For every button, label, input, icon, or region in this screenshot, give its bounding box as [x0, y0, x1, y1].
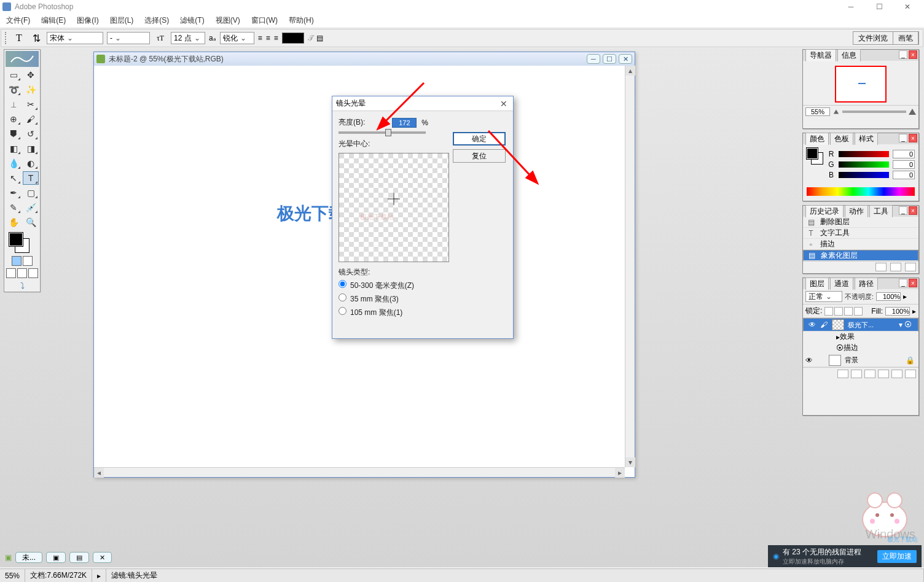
- layer-thumbnail[interactable]: [829, 355, 841, 366]
- color-spectrum[interactable]: [807, 187, 915, 196]
- lock-transparency-icon[interactable]: [824, 307, 833, 316]
- menu-edit[interactable]: 编辑(E): [39, 14, 68, 27]
- layer-mask-icon[interactable]: [851, 370, 862, 378]
- brightness-slider[interactable]: [339, 131, 426, 134]
- opacity-input[interactable]: 100%: [876, 292, 901, 301]
- navigator-tab[interactable]: 导航器: [805, 49, 836, 61]
- doc-maximize-button[interactable]: ☐: [603, 54, 616, 64]
- hand-tool[interactable]: ✋: [6, 215, 22, 229]
- menu-filter[interactable]: 滤镜(T): [178, 14, 206, 27]
- minimize-button[interactable]: ─: [837, 0, 865, 14]
- panel-close-icon[interactable]: ×: [909, 279, 917, 287]
- info-tab[interactable]: 信息: [837, 49, 861, 61]
- toolpresets-tab[interactable]: 工具: [869, 205, 893, 217]
- shape-tool[interactable]: ▢: [23, 186, 39, 200]
- scroll-up-icon[interactable]: ▴: [625, 66, 635, 76]
- brush-tool[interactable]: 🖌: [23, 112, 39, 126]
- navigator-zoom-slider[interactable]: [842, 111, 906, 113]
- b-value[interactable]: 0: [893, 171, 915, 179]
- align-right-icon[interactable]: ≡: [274, 34, 278, 42]
- color-fgbg[interactable]: [807, 148, 824, 166]
- doc-bar-tile[interactable]: ▤: [69, 552, 89, 563]
- menu-select[interactable]: 选择(S): [142, 14, 171, 27]
- g-slider[interactable]: [839, 161, 889, 168]
- antialias-select[interactable]: 锐化: [220, 32, 254, 44]
- r-slider[interactable]: [839, 151, 889, 157]
- fill-input[interactable]: 100%: [885, 307, 910, 316]
- accelerator-notification[interactable]: ◉ 有 23 个无用的残留进程 立即加速释放电脑内存 立即加速: [768, 545, 922, 567]
- screen-full-menubar-icon[interactable]: [17, 268, 27, 278]
- doc-close-button[interactable]: ✕: [619, 54, 632, 64]
- healing-brush-tool[interactable]: ⊕: [6, 112, 22, 126]
- layer-effect-stroke[interactable]: ⦿ 描边: [803, 343, 918, 354]
- scroll-left-icon[interactable]: ◂: [94, 468, 104, 478]
- styles-tab[interactable]: 样式: [855, 133, 878, 145]
- jump-to-imageready-icon[interactable]: ⤵: [6, 281, 39, 290]
- history-item[interactable]: ▫描边: [803, 239, 918, 250]
- menu-view[interactable]: 视图(V): [213, 14, 243, 27]
- status-arrow-icon[interactable]: ▸: [92, 569, 106, 582]
- b-slider[interactable]: [839, 172, 889, 178]
- menu-help[interactable]: 帮助(H): [286, 14, 316, 27]
- warp-text-icon[interactable]: 𝒯: [308, 34, 313, 42]
- link-icon[interactable]: 🖌: [818, 320, 829, 329]
- new-layer-icon[interactable]: [891, 370, 902, 378]
- opacity-arrow-icon[interactable]: ▸: [903, 292, 907, 301]
- new-state-icon[interactable]: [890, 263, 901, 271]
- history-item[interactable]: T文字工具: [803, 228, 918, 239]
- lens-option-50-300[interactable]: 50-300 毫米变焦(Z): [339, 280, 507, 291]
- zoom-tool[interactable]: 🔍: [23, 215, 39, 229]
- lock-all-icon[interactable]: [854, 307, 863, 316]
- path-select-tool[interactable]: ↖: [6, 171, 22, 185]
- move-tool[interactable]: ✥: [23, 68, 39, 82]
- menu-layer[interactable]: 图层(L): [108, 14, 136, 27]
- maximize-button[interactable]: ☐: [865, 0, 893, 14]
- fill-arrow-icon[interactable]: ▸: [912, 307, 916, 316]
- g-value[interactable]: 0: [893, 160, 915, 169]
- text-color-swatch[interactable]: [282, 33, 304, 44]
- new-set-icon[interactable]: [864, 370, 875, 378]
- quickmask-mode-icon[interactable]: [23, 256, 33, 266]
- layer-thumbnail[interactable]: [832, 319, 844, 330]
- color-picker[interactable]: [6, 231, 39, 254]
- lens-option-35mm[interactable]: 35 mm 聚焦(3): [339, 293, 507, 305]
- foreground-color-swatch[interactable]: [9, 233, 23, 246]
- status-zoom[interactable]: 55%: [0, 569, 25, 582]
- layers-tab[interactable]: 图层: [805, 277, 829, 290]
- file-browser-tab[interactable]: 文件浏览: [853, 32, 893, 44]
- adjustment-layer-icon[interactable]: [878, 370, 889, 378]
- horizontal-scrollbar[interactable]: ◂ ▸: [94, 467, 625, 477]
- font-size-select[interactable]: 12 点: [171, 32, 205, 44]
- visibility-icon[interactable]: 👁: [803, 356, 815, 365]
- accelerate-button[interactable]: 立即加速: [877, 550, 917, 563]
- brushes-tab[interactable]: 画笔: [893, 32, 918, 44]
- blend-mode-select[interactable]: 正常: [805, 291, 842, 302]
- font-style-select[interactable]: -: [107, 32, 150, 44]
- doc-bar-close[interactable]: ✕: [93, 552, 112, 563]
- stamp-tool[interactable]: ⛊: [6, 127, 22, 141]
- gradient-tool[interactable]: ◨: [23, 142, 39, 155]
- visibility-icon[interactable]: 👁: [806, 320, 818, 329]
- panel-close-icon[interactable]: ×: [909, 206, 917, 215]
- layer-item-selected[interactable]: 👁 🖌 极光下... ▾ ⦿: [803, 318, 918, 332]
- paths-tab[interactable]: 路径: [855, 277, 878, 290]
- menu-image[interactable]: 图像(I): [74, 14, 101, 27]
- layer-name[interactable]: 极光下...: [847, 320, 899, 330]
- doc-minimize-button[interactable]: ─: [587, 54, 600, 64]
- font-family-select[interactable]: 宋体: [47, 32, 103, 44]
- navigator-zoom-value[interactable]: 55%: [805, 107, 830, 116]
- delete-layer-icon[interactable]: [905, 370, 916, 378]
- screen-standard-icon[interactable]: [6, 268, 16, 278]
- navigator-thumbnail[interactable]: [835, 66, 887, 103]
- notes-tool[interactable]: ✎: [6, 201, 22, 214]
- lock-position-icon[interactable]: [844, 307, 853, 316]
- close-button[interactable]: ✕: [893, 0, 922, 14]
- vertical-scrollbar[interactable]: ▴ ▾: [625, 66, 635, 467]
- layer-name[interactable]: 背景: [844, 355, 906, 365]
- panel-minimize-icon[interactable]: _: [899, 134, 907, 142]
- panel-minimize-icon[interactable]: _: [899, 279, 907, 287]
- slice-tool[interactable]: ✂: [23, 98, 39, 111]
- type-tool[interactable]: T: [23, 171, 39, 185]
- orientation-icon[interactable]: ⇅: [29, 31, 43, 45]
- history-item-selected[interactable]: ▤象素化图层: [803, 250, 918, 261]
